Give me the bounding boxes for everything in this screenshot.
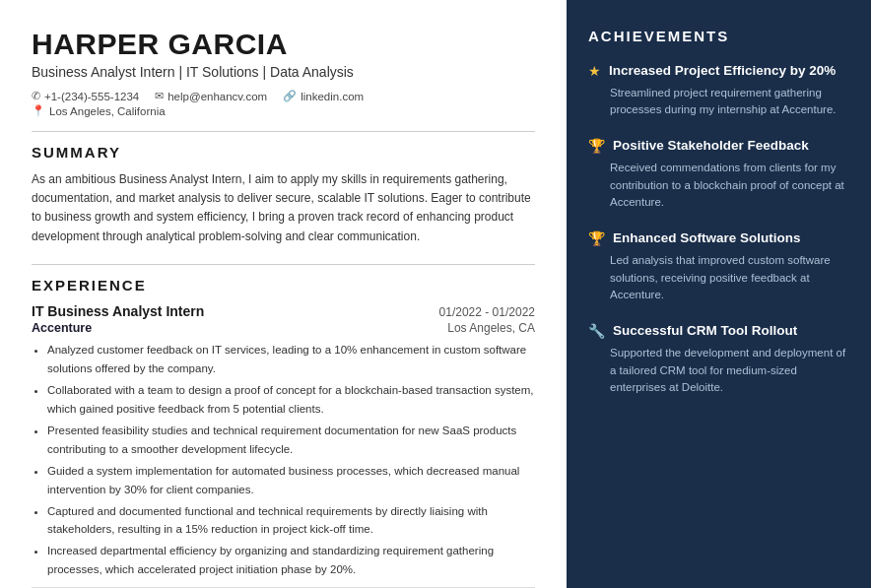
summary-divider (32, 131, 535, 132)
left-panel: HARPER GARCIA Business Analyst Intern | … (0, 0, 567, 588)
phone-text: +1-(234)-555-1234 (44, 91, 139, 102)
bullet-0-4: Captured and documented functional and t… (47, 502, 535, 540)
summary-text: As an ambitious Business Analyst Intern,… (32, 170, 535, 246)
header-section: HARPER GARCIA Business Analyst Intern | … (32, 28, 535, 117)
achievement-title-0: Increased Project Efficiency by 20% (609, 62, 836, 80)
bullet-0-3: Guided a system implementation for autom… (47, 462, 535, 499)
linkedin-icon: 🔗 (283, 90, 297, 102)
right-panel: ACHIEVEMENTS ★ Increased Project Efficie… (567, 0, 871, 588)
achievement-title-3: Successful CRM Tool Rollout (613, 322, 797, 340)
contact-row: ✆ +1-(234)-555-1234 ✉ help@enhancv.com 🔗… (32, 90, 535, 102)
bullet-0-0: Analyzed customer feedback on IT service… (47, 341, 535, 378)
candidate-title: Business Analyst Intern | IT Solutions |… (32, 64, 535, 80)
achievement-title-2: Enhanced Software Solutions (613, 229, 801, 247)
achievement-icon-1: 🏆 (588, 138, 605, 154)
candidate-name: HARPER GARCIA (32, 28, 535, 60)
phone-item: ✆ +1-(234)-555-1234 (32, 90, 139, 102)
phone-icon: ✆ (32, 90, 40, 102)
experience-title: EXPERIENCE (32, 277, 535, 294)
job-header-0: IT Business Analyst Intern 01/2022 - 01/… (32, 303, 535, 319)
company-name-0: Accenture (32, 321, 92, 335)
bullet-0-5: Increased departmental efficiency by org… (47, 542, 535, 579)
achievement-item-1: 🏆 Positive Stakeholder Feedback Received… (588, 137, 849, 212)
job-location-0: Los Angeles, CA (447, 321, 535, 335)
achievement-desc-2: Led analysis that improved custom softwa… (588, 252, 849, 304)
email-text: help@enhancv.com (168, 91, 267, 102)
achievement-desc-3: Supported the development and deployment… (588, 345, 849, 397)
achievement-header-2: 🏆 Enhanced Software Solutions (588, 229, 849, 247)
achievement-header-0: ★ Increased Project Efficiency by 20% (588, 62, 849, 80)
location-icon: 📍 (32, 104, 45, 117)
location-row: 📍 Los Angeles, California (32, 104, 535, 117)
experience-divider (32, 264, 535, 265)
achievement-desc-0: Streamlined project requirement gatherin… (588, 85, 849, 120)
achievement-item-2: 🏆 Enhanced Software Solutions Led analys… (588, 229, 849, 304)
achievement-icon-0: ★ (588, 63, 601, 79)
job-title-0: IT Business Analyst Intern (32, 303, 204, 319)
achievement-item-3: 🔧 Successful CRM Tool Rollout Supported … (588, 322, 849, 397)
linkedin-item: 🔗 linkedin.com (283, 90, 364, 102)
experience-section: EXPERIENCE IT Business Analyst Intern 01… (32, 264, 535, 588)
achievement-icon-2: 🏆 (588, 230, 605, 246)
email-icon: ✉ (155, 90, 164, 102)
location-text: Los Angeles, California (49, 105, 166, 117)
job-dates-0: 01/2022 - 01/2022 (439, 305, 535, 319)
achievement-header-1: 🏆 Positive Stakeholder Feedback (588, 137, 849, 155)
email-item: ✉ help@enhancv.com (155, 90, 267, 102)
bullet-0-2: Presented feasibility studies and techni… (47, 422, 535, 459)
achievement-title-1: Positive Stakeholder Feedback (613, 137, 809, 155)
job-bullets-0: Analyzed customer feedback on IT service… (32, 341, 535, 580)
achievement-icon-3: 🔧 (588, 323, 605, 339)
achievement-header-3: 🔧 Successful CRM Tool Rollout (588, 322, 849, 340)
achievements-title: ACHIEVEMENTS (588, 28, 849, 44)
summary-section: SUMMARY As an ambitious Business Analyst… (32, 131, 535, 246)
job-sub-0: Accenture Los Angeles, CA (32, 321, 535, 335)
bullet-0-1: Collaborated with a team to design a pro… (47, 381, 535, 419)
job-item-0: IT Business Analyst Intern 01/2022 - 01/… (32, 303, 535, 580)
summary-title: SUMMARY (32, 144, 535, 161)
linkedin-text: linkedin.com (301, 91, 364, 102)
achievement-desc-1: Received commendations from clients for … (588, 160, 849, 212)
achievement-item-0: ★ Increased Project Efficiency by 20% St… (588, 62, 849, 119)
